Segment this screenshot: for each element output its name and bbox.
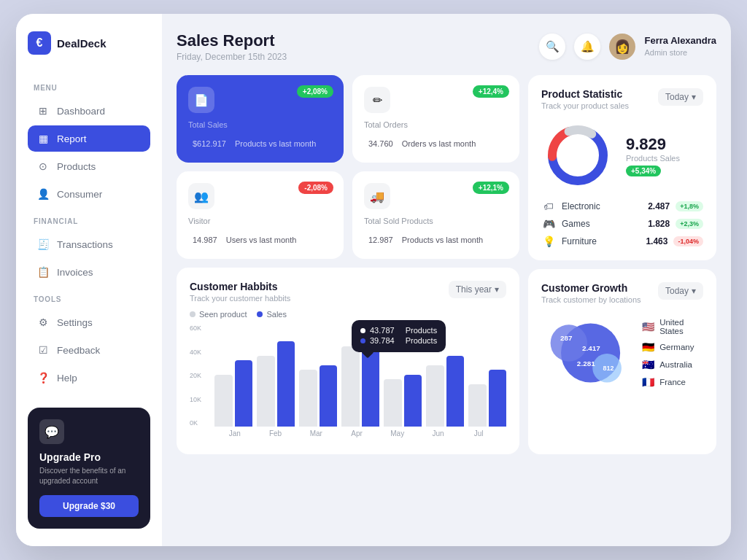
bar-group [214,360,252,427]
user-role: Admin store [644,47,716,58]
stat-item-electronic: 🏷 Electronic 2.487 +1,8% [541,201,703,212]
visitor-badge: -2,08% [298,182,333,194]
stats-row-2: 👥 -2,08% Visitor 14.987 Users vs last mo… [177,171,519,259]
sidebar-item-label: Transactions [57,239,113,250]
logo-icon: € [28,31,51,55]
total-sold-badge: +12,1% [473,182,509,194]
furniture-badge: -1,04% [673,236,703,246]
sidebar-item-dashboard[interactable]: ⊞ Dashboard [28,98,150,124]
avatar: 👩 [609,34,635,60]
search-button[interactable]: 🔍 [539,34,565,60]
total-sold-label: Total Sold Products [364,217,508,225]
blue-bar [446,356,465,427]
donut-badge: +5,34% [626,166,661,176]
blue-bar [235,360,253,427]
donut-chart [541,119,614,192]
country-de: 🇩🇪 Germany [642,341,703,353]
electronic-label: Electronic [562,201,642,211]
fr-flag: 🇫🇷 [642,376,654,388]
total-orders-label: Total Orders [364,120,508,129]
stat-item-games: 🎮 Games 1.828 +2,3% [541,218,703,230]
logo: € DealDeck [28,31,150,55]
gray-bar [299,370,317,427]
sidebar-item-help[interactable]: ❓ Help [28,365,150,391]
page-title: Sales Report [177,31,287,50]
logo-text: DealDeck [57,37,107,50]
main-content: Sales Report Friday, December 15th 2023 … [162,14,731,546]
tools-label: TOOLS [34,295,150,303]
us-label: United States [659,318,703,335]
au-label: Australia [659,360,692,369]
sidebar-item-products[interactable]: ⊙ Products [28,153,150,179]
chart-header: Customer Habbits Track your customer hab… [190,281,506,303]
bar-group [468,370,506,427]
visitor-label: Visitor [188,217,332,225]
settings-icon: ⚙ [36,316,50,329]
country-au: 🇦🇺 Australia [642,359,703,370]
header-actions: 🔍 🔔 👩 Ferra Alexandra Admin store [539,34,716,60]
sidebar-item-report[interactable]: ▦ Report [28,125,150,152]
sidebar-item-consumer[interactable]: 👤 Consumer [28,181,150,207]
product-period-selector[interactable]: Today ▾ [658,88,703,106]
sidebar-item-feedback[interactable]: ☑ Feedback [28,337,150,363]
x-axis-labels: Jan Feb Mar Apr May Jun Jul [190,427,506,438]
visitor-value: 14.987 Users vs last month [188,228,332,247]
chevron-down-icon: ▾ [495,284,499,295]
legend-seen: Seen product [190,310,247,319]
fr-label: France [659,378,686,386]
help-icon: ❓ [36,371,50,384]
bar-group [384,375,422,427]
chevron-down-icon: ▾ [692,92,696,102]
gray-bar [384,379,402,427]
financial-label: FINANCIAL [34,217,150,225]
blue-bar [489,370,507,427]
sidebar-item-settings[interactable]: ⚙ Settings [28,309,150,335]
country-fr: 🇫🇷 France [642,376,703,388]
bar-group [426,356,464,427]
legend-sales-dot [257,311,263,317]
total-sold-icon: 🚚 [364,183,390,209]
chevron-down-icon: ▾ [692,286,696,296]
stat-card-total-sales: 📄 +2,08% Total Sales $612.917 Products v… [177,75,344,163]
sidebar-item-label: Settings [57,317,93,328]
venn-chart: 287 2.417 2.281 812 [541,313,633,393]
bar-group [341,337,379,427]
stat-item-furniture: 💡 Furniture 1.463 -1,04% [541,236,703,247]
country-us: 🇺🇸 United States [642,318,703,335]
customer-growth-subtitle: Track customer by locations [541,295,641,304]
total-orders-icon: ✏ [364,87,390,113]
sidebar-item-invoices[interactable]: 📋 Invoices [28,259,150,285]
svg-point-5 [551,324,587,361]
product-statistic-card: Product Statistic Track your product sal… [528,75,716,260]
upgrade-icon: 💬 [39,419,64,444]
sidebar-item-transactions[interactable]: 🧾 Transactions [28,231,150,257]
chart-subtitle: Track your customer habbits [190,294,290,303]
games-label: Games [562,219,642,229]
sidebar-item-label: Dashboard [57,106,105,117]
invoices-icon: 📋 [36,265,50,279]
games-badge: +2,3% [676,219,703,229]
sidebar-item-label: Help [57,373,77,384]
dashboard-icon: ⊞ [36,104,50,117]
upgrade-button[interactable]: Upgrade $30 [39,495,139,517]
notifications-button[interactable]: 🔔 [574,34,600,60]
sidebar-item-label: Consumer [57,189,102,200]
page-header: Sales Report Friday, December 15th 2023 … [177,31,716,62]
right-panel: Product Statistic Track your product sal… [519,75,716,454]
de-label: Germany [659,343,694,351]
donut-value-label: Products Sales [626,154,680,163]
stat-card-total-orders: ✏ +12,4% Total Orders 34.760 Orders vs l… [352,75,519,163]
gray-bar [426,365,444,427]
blue-bar [362,337,380,427]
us-flag: 🇺🇸 [642,321,654,332]
period-selector[interactable]: This year ▾ [449,281,506,298]
feedback-icon: ☑ [36,343,50,357]
electronic-value: 2.487 [648,201,670,211]
growth-period-selector[interactable]: Today ▾ [658,282,703,300]
chart-title-area: Customer Habbits Track your customer hab… [190,281,290,303]
stat-card-visitor: 👥 -2,08% Visitor 14.987 Users vs last mo… [177,171,344,259]
product-stat-title: Product Statistic [541,88,629,100]
y-axis-labels: 0K 10K 20K 40K 60K [190,324,212,427]
product-stat-items: 🏷 Electronic 2.487 +1,8% 🎮 Games 1.828 +… [541,201,703,247]
gray-bar [257,356,275,427]
